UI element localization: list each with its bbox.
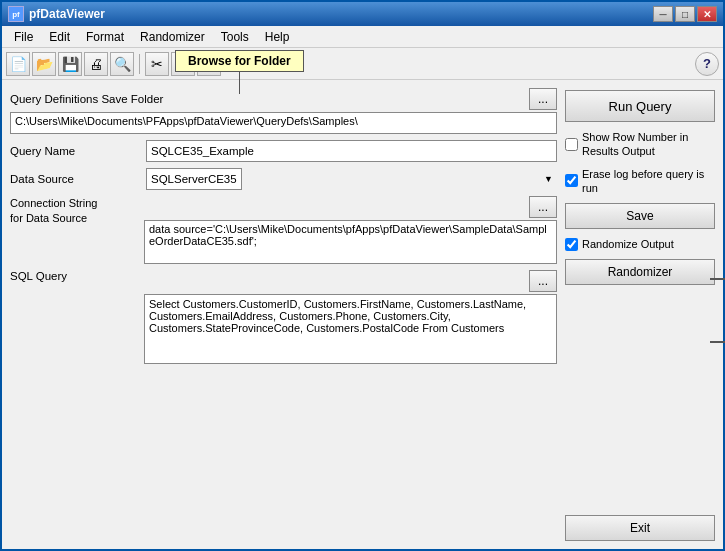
query-name-input[interactable] (146, 140, 557, 162)
menu-randomizer[interactable]: Randomizer (132, 28, 213, 46)
sql-query-row: SQL Query ... Select Customers.CustomerI… (10, 270, 557, 541)
main-content: Query Definitions Save Folder ... C:\Use… (2, 80, 723, 549)
run-query-button[interactable]: Run Query (565, 90, 715, 122)
app-icon: pf (8, 6, 24, 22)
menu-tools[interactable]: Tools (213, 28, 257, 46)
erase-log-row: Erase log before query is run (565, 167, 715, 196)
browse-for-folder-section: Query Definitions Save Folder ... C:\Use… (10, 88, 557, 134)
randomize-output-label: Randomize Output (582, 237, 674, 251)
conn-string-value: data source='C:\Users\Mike\Documents\pfA… (144, 220, 557, 264)
browse-callout-line (239, 72, 241, 94)
conn-mgr-callout-line (710, 278, 725, 280)
exit-button[interactable]: Exit (565, 515, 715, 541)
data-source-row: Data Source SQLServerCE35 (10, 168, 557, 190)
query-builder-callout-line (710, 341, 725, 343)
right-panel: Run Query Show Row Number in Results Out… (565, 88, 715, 541)
erase-log-label: Erase log before query is run (582, 167, 715, 196)
browse-folder-button[interactable]: ... (529, 88, 557, 110)
query-def-label: Query Definitions Save Folder (10, 93, 163, 105)
browse-callout-container: Browse for Folder (175, 50, 304, 94)
toolbar: 📄 📂 💾 🖨 🔍 ✂ 📋 📌 ? (2, 48, 723, 80)
sql-query-value: Select Customers.CustomerID, Customers.F… (144, 294, 557, 364)
randomizer-button[interactable]: Randomizer (565, 259, 715, 285)
erase-log-checkbox[interactable] (565, 174, 578, 187)
conn-mgr-callout-container: Show ConnectionString Manager (710, 258, 725, 300)
conn-string-label: Connection Stringfor Data Source (10, 196, 140, 227)
data-source-label: Data Source (10, 173, 140, 185)
cut-button[interactable]: ✂ (145, 52, 169, 76)
query-def-path: C:\Users\Mike\Documents\PFApps\pfDataVie… (10, 112, 557, 134)
preview-button[interactable]: 🔍 (110, 52, 134, 76)
randomize-output-row: Randomize Output (565, 237, 715, 251)
sql-query-browse-button[interactable]: ... (529, 270, 557, 292)
menu-bar: File Edit Format Randomizer Tools Help (2, 26, 723, 48)
query-name-label: Query Name (10, 145, 140, 157)
sql-query-label: SQL Query (10, 270, 140, 282)
data-source-select[interactable]: SQLServerCE35 (146, 168, 242, 190)
menu-file[interactable]: File (6, 28, 41, 46)
help-button[interactable]: ? (695, 52, 719, 76)
menu-format[interactable]: Format (78, 28, 132, 46)
maximize-button[interactable]: □ (675, 6, 695, 22)
title-bar: pf pfDataViewer ─ □ ✕ (2, 2, 723, 26)
data-source-select-wrapper: SQLServerCE35 (146, 168, 557, 190)
new-button[interactable]: 📄 (6, 52, 30, 76)
minimize-button[interactable]: ─ (653, 6, 673, 22)
toolbar-sep-1 (139, 54, 140, 74)
query-builder-callout-container: Show QueryBuilder (710, 321, 725, 363)
main-window: pf pfDataViewer ─ □ ✕ File Edit Format R… (0, 0, 725, 551)
show-row-number-checkbox[interactable] (565, 138, 578, 151)
close-button[interactable]: ✕ (697, 6, 717, 22)
randomize-output-checkbox[interactable] (565, 238, 578, 251)
browse-callout-label: Browse for Folder (175, 50, 304, 72)
conn-string-browse-button[interactable]: ... (529, 196, 557, 218)
connection-string-row: Connection Stringfor Data Source ... dat… (10, 196, 557, 264)
save-toolbar-button[interactable]: 💾 (58, 52, 82, 76)
menu-help[interactable]: Help (257, 28, 298, 46)
window-controls: ─ □ ✕ (653, 6, 717, 22)
query-name-row: Query Name (10, 140, 557, 162)
show-row-number-row: Show Row Number in Results Output (565, 130, 715, 159)
print-button[interactable]: 🖨 (84, 52, 108, 76)
window-title: pfDataViewer (29, 7, 105, 21)
menu-edit[interactable]: Edit (41, 28, 78, 46)
save-button[interactable]: Save (565, 203, 715, 229)
left-panel: Query Definitions Save Folder ... C:\Use… (10, 88, 557, 541)
open-button[interactable]: 📂 (32, 52, 56, 76)
show-row-number-label: Show Row Number in Results Output (582, 130, 715, 159)
